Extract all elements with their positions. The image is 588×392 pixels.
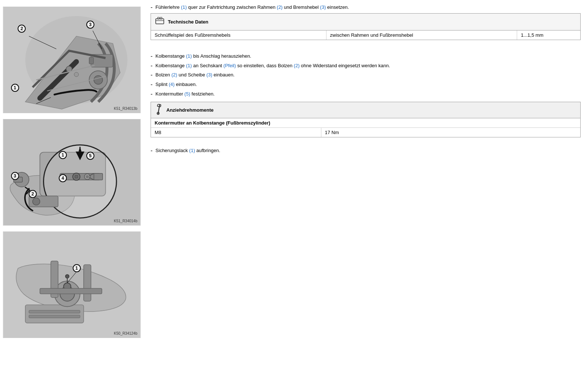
svg-rect-3 bbox=[89, 57, 94, 64]
diagram-image-1: 1 2 3 K51_R34013b bbox=[3, 7, 141, 113]
ref-b3: (3) bbox=[206, 72, 212, 78]
svg-point-34 bbox=[65, 274, 69, 278]
callout-1-img1: 1 bbox=[10, 83, 20, 93]
section-2: - Kolbenstange (1) bis Anschlag herauszi… bbox=[151, 53, 581, 141]
instruction-text-4: Bolzen (2) und Scheibe (3) einbauen. bbox=[155, 71, 234, 79]
torque-value: 17 Nm bbox=[321, 127, 580, 137]
callout-1-img3: 1 bbox=[72, 263, 82, 273]
tech-table-row: Schnüffelspiel des Fußbremshebels zwisch… bbox=[151, 30, 580, 40]
instruction-bolzen: - Bolzen (2) und Scheibe (3) einbauen. bbox=[151, 71, 581, 79]
instruction-splint: - Splint (4) einbauen. bbox=[151, 81, 581, 89]
image-label-3: K50_R34124b bbox=[114, 331, 137, 335]
ref-km5: (5) bbox=[184, 91, 190, 97]
svg-rect-28 bbox=[29, 310, 80, 313]
instruction-text-5: Splint (4) einbauen. bbox=[155, 81, 197, 88]
callout-3-img2: 3 bbox=[10, 171, 20, 181]
bullet-1: - bbox=[151, 4, 152, 11]
diagram-svg-2 bbox=[3, 119, 140, 225]
diagram-svg-1 bbox=[3, 7, 140, 113]
diagram-image-2: 1 2 3 4 5 K51_R34014b bbox=[3, 119, 141, 226]
bullet-5: - bbox=[151, 81, 152, 89]
ref-2a: (2) bbox=[277, 4, 283, 10]
ref-k2: (2) bbox=[294, 63, 300, 68]
ref-b2: (2) bbox=[172, 72, 177, 78]
ref-s4: (4) bbox=[169, 82, 174, 87]
svg-rect-29 bbox=[29, 315, 80, 318]
section-1: - Fühlerlehre (1) quer zur Fahrtrichtung… bbox=[151, 4, 581, 47]
callout-1-img2: 1 bbox=[58, 150, 68, 160]
bullet-7: - bbox=[151, 147, 152, 155]
instruction-kolbenstange-2: - Kolbenstange (1) an Sechskant (Pfeil) … bbox=[151, 62, 581, 70]
svg-point-25 bbox=[33, 198, 40, 205]
torque-wrench-icon bbox=[152, 103, 166, 117]
torque-value-row: M8 17 Nm bbox=[151, 127, 580, 137]
svg-rect-18 bbox=[75, 175, 78, 178]
tech-col-3: 1...1,5 mm bbox=[517, 30, 580, 40]
tech-data-table: Technische Daten Schnüffelspiel des Fußb… bbox=[151, 13, 581, 40]
ref-sl1: (1) bbox=[189, 148, 195, 153]
bullet-3: - bbox=[151, 62, 152, 70]
instruction-text-2: Kolbenstange (1) bis Anschlag herauszieh… bbox=[155, 53, 251, 60]
torque-title: Anziehdrehmomente bbox=[166, 107, 214, 113]
torque-bold-label: Kontermutter an Kolbenstange (Fußbremszy… bbox=[151, 118, 580, 128]
ref-pfeil: (Pfeil) bbox=[223, 63, 236, 68]
instruction-kontermutter: - Kontermutter (5) festziehen. bbox=[151, 90, 581, 98]
ref-k1b: (1) bbox=[186, 63, 192, 68]
left-panel: 1 2 3 K51_R34013b bbox=[0, 0, 143, 392]
tech-col-1: Schnüffelspiel des Fußbremshebels bbox=[151, 30, 326, 40]
torque-bold-row: Kontermutter an Kolbenstange (Fußbremszy… bbox=[151, 118, 580, 128]
svg-point-5 bbox=[94, 76, 103, 84]
instruction-text-1: Fühlerlehre (1) quer zur Fahrtrichtung z… bbox=[155, 4, 349, 11]
image-label-2: K51_R34014b bbox=[114, 219, 137, 223]
svg-rect-27 bbox=[25, 305, 84, 323]
instruction-sicherungslack: - Sicherungslack (1) aufbringen. bbox=[151, 147, 581, 155]
svg-point-20 bbox=[86, 175, 89, 178]
callout-5-img2: 5 bbox=[86, 151, 95, 161]
tech-table-content: Schnüffelspiel des Fußbremshebels zwisch… bbox=[151, 30, 580, 40]
instruction-kolbenstange-1: - Kolbenstange (1) bis Anschlag herauszi… bbox=[151, 53, 581, 60]
svg-rect-21 bbox=[94, 173, 103, 180]
ref-3a: (3) bbox=[320, 4, 326, 10]
section-3: - Sicherungslack (1) aufbringen. bbox=[151, 147, 581, 157]
callout-2-img1: 2 bbox=[17, 24, 26, 33]
bullet-4: - bbox=[151, 71, 152, 79]
svg-rect-41 bbox=[160, 17, 162, 19]
image-label-1: K51_R34013b bbox=[114, 107, 137, 111]
diagram-svg-3 bbox=[3, 232, 140, 338]
callout-4-img2: 4 bbox=[58, 173, 68, 183]
diagram-image-3: 1 K50_R34124b bbox=[3, 231, 141, 338]
svg-point-7 bbox=[74, 72, 79, 77]
svg-rect-36 bbox=[84, 265, 91, 301]
callout-3-img1: 3 bbox=[86, 20, 95, 29]
tech-col-2: zwischen Rahmen und Fußbremshebel bbox=[326, 30, 517, 40]
instruction-text-3: Kolbenstange (1) an Sechskant (Pfeil) so… bbox=[155, 62, 390, 69]
torque-table: Anziehdrehmomente Kontermutter an Kolben… bbox=[151, 102, 581, 137]
ref-1a: (1) bbox=[181, 4, 187, 10]
instruction-fuhlerlehre: - Fühlerlehre (1) quer zur Fahrtrichtung… bbox=[151, 4, 581, 11]
torque-spec: M8 bbox=[151, 127, 321, 137]
svg-rect-37 bbox=[40, 288, 102, 294]
instruction-text-7: Sicherungslack (1) aufbringen. bbox=[155, 147, 220, 154]
tech-table-header: Technische Daten bbox=[151, 14, 580, 30]
bullet-2: - bbox=[151, 53, 152, 60]
callout-2-img2: 2 bbox=[28, 189, 37, 199]
svg-rect-40 bbox=[158, 17, 159, 19]
svg-rect-39 bbox=[156, 19, 164, 24]
ref-k1: (1) bbox=[186, 53, 192, 59]
tech-table-title: Technische Daten bbox=[168, 19, 208, 25]
instruction-text-6: Kontermutter (5) festziehen. bbox=[155, 90, 214, 98]
torque-header: Anziehdrehmomente bbox=[151, 102, 580, 118]
right-panel: - Fühlerlehre (1) quer zur Fahrtrichtung… bbox=[143, 0, 588, 392]
tech-icon bbox=[155, 16, 165, 28]
bullet-6: - bbox=[151, 90, 152, 98]
torque-table-content: Kontermutter an Kolbenstange (Fußbremszy… bbox=[151, 118, 580, 137]
